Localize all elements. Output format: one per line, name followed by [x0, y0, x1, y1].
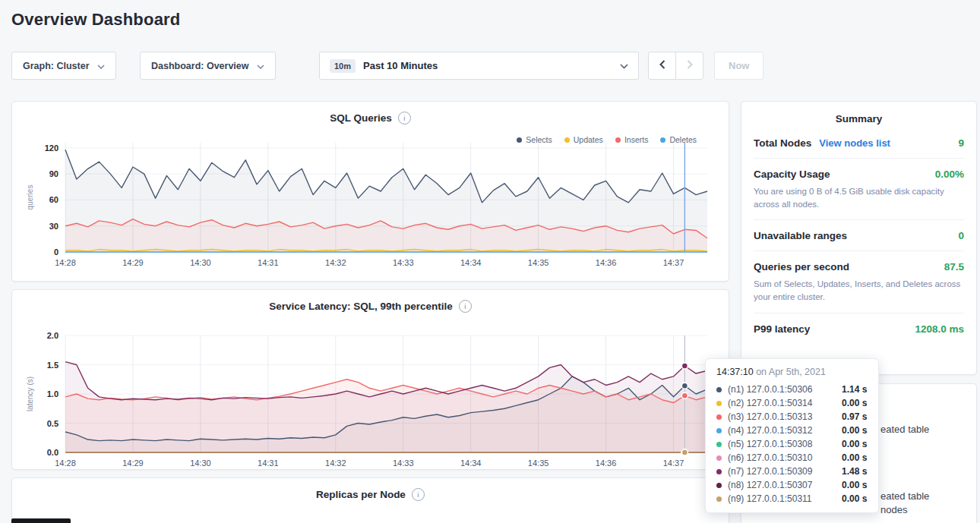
graph-dropdown[interactable]: Graph: Cluster	[11, 52, 116, 80]
tooltip-date: on Apr 5th, 2021	[754, 367, 826, 377]
tooltip-node-row: (n2) 127.0.0.1:503140.00 s	[706, 396, 878, 410]
svg-text:14:29: 14:29	[122, 258, 144, 267]
tooltip-rows: (n1) 127.0.0.1:503061.14 s(n2) 127.0.0.1…	[706, 383, 878, 506]
legend-dot	[564, 137, 570, 143]
time-window-nav	[648, 52, 703, 80]
legend-item-updates: Updates	[564, 135, 603, 144]
tooltip-node-row: (n6) 127.0.0.1:503100.00 s	[706, 451, 878, 465]
time-next-button[interactable]	[675, 52, 703, 80]
tooltip-node-label: (n7) 127.0.0.1:50309	[728, 466, 836, 477]
summary-metric-label: Queries per second	[754, 261, 849, 273]
tooltip-node-value: 1.14 s	[842, 384, 867, 395]
svg-text:14:28: 14:28	[55, 458, 76, 468]
time-range-badge: 10m	[330, 59, 356, 73]
summary-metric-label: Unavailable ranges	[754, 230, 847, 241]
summary-row: Total NodesView nodes list9	[754, 128, 964, 159]
series-dot	[716, 387, 722, 392]
summary-row: Queries per second87.5Sum of Selects, Up…	[754, 251, 964, 313]
series-dot	[716, 442, 722, 447]
tooltip-node-value: 0.00 s	[842, 452, 867, 463]
clipped-element	[11, 518, 71, 523]
svg-text:1.5: 1.5	[47, 361, 58, 370]
legend-dot	[660, 137, 665, 143]
svg-text:90: 90	[49, 169, 58, 178]
sql-queries-chart-card: SQL Queries i SelectsUpdatesInsertsDelet…	[11, 101, 729, 282]
tooltip-node-value: 0.00 s	[842, 493, 867, 504]
page-title: Overview Dashboard	[11, 10, 180, 30]
chevron-left-icon	[659, 60, 665, 71]
summary-metric-label: Total Nodes	[754, 137, 811, 149]
svg-text:14:29: 14:29	[122, 458, 144, 468]
tooltip-node-value: 0.97 s	[842, 411, 867, 422]
tooltip-node-row: (n5) 127.0.0.1:503080.00 s	[706, 437, 878, 451]
tooltip-node-value: 1.48 s	[842, 466, 867, 477]
time-range-label: Past 10 Minutes	[363, 60, 438, 71]
info-icon[interactable]: i	[412, 488, 425, 501]
legend-label: Deletes	[669, 135, 697, 144]
chevron-down-icon	[620, 60, 628, 71]
svg-text:14:36: 14:36	[596, 258, 617, 267]
svg-text:14:28: 14:28	[55, 258, 76, 267]
legend-label: Updates	[574, 135, 603, 144]
svg-text:30: 30	[49, 222, 58, 231]
chart-title-text: Service Latency: SQL, 99th percentile	[269, 301, 453, 312]
latency-chart-card: Service Latency: SQL, 99th percentile i …	[11, 289, 729, 470]
tooltip-node-label: (n5) 127.0.0.1:50308	[728, 439, 836, 449]
tooltip-node-row: (n3) 127.0.0.1:503130.97 s	[706, 410, 878, 424]
summary-metric-value: 0	[958, 230, 964, 241]
dashboard-dropdown[interactable]: Dashboard: Overview	[140, 52, 276, 80]
svg-text:14:33: 14:33	[393, 258, 414, 267]
event-item[interactable]: eated table	[880, 490, 929, 502]
tooltip-node-value: 0.00 s	[842, 425, 867, 436]
info-icon[interactable]: i	[459, 300, 472, 313]
tooltip-node-row: (n8) 127.0.0.1:503070.00 s	[706, 478, 878, 492]
summary-row: Unavailable ranges0	[754, 220, 964, 251]
tooltip-node-label: (n2) 127.0.0.1:50314	[728, 398, 836, 408]
series-dot	[716, 455, 722, 461]
tooltip-node-row: (n7) 127.0.0.1:503091.48 s	[706, 465, 878, 478]
svg-text:latency (s): latency (s)	[26, 376, 34, 411]
tooltip-node-label: (n9) 127.0.0.1:50311	[728, 493, 836, 504]
now-button[interactable]: Now	[714, 52, 763, 80]
svg-text:14:32: 14:32	[325, 258, 346, 267]
tooltip-node-value: 0.00 s	[842, 480, 867, 490]
svg-text:120: 120	[45, 143, 58, 153]
chart-legend: SelectsUpdatesInsertsDeletes	[517, 135, 697, 144]
series-dot	[716, 469, 722, 474]
tooltip-node-label: (n3) 127.0.0.1:50313	[728, 411, 836, 422]
chart-tooltip: 14:37:10 on Apr 5th, 2021 (n1) 127.0.0.1…	[705, 358, 879, 513]
tooltip-node-value: 0.00 s	[842, 439, 867, 449]
legend-label: Inserts	[624, 135, 649, 144]
legend-item-inserts: Inserts	[615, 135, 649, 144]
svg-text:0.5: 0.5	[47, 419, 58, 428]
summary-panel: Summary Total NodesView nodes list9Capac…	[741, 101, 977, 375]
tooltip-node-label: (n8) 127.0.0.1:50307	[728, 480, 836, 490]
info-icon[interactable]: i	[398, 112, 411, 124]
summary-metric-subtext: You are using 0 B of 4.5 GiB usable disk…	[754, 185, 964, 210]
time-prev-button[interactable]	[648, 52, 676, 80]
series-dot	[716, 496, 722, 502]
summary-metric-label: P99 latency	[754, 323, 810, 335]
legend-item-deletes: Deletes	[660, 135, 697, 144]
view-nodes-list-link[interactable]: View nodes list	[819, 137, 890, 149]
sql-queries-chart[interactable]: 030609012014:2814:2914:3014:3114:3214:33…	[23, 137, 718, 272]
svg-text:0: 0	[54, 247, 58, 257]
svg-text:14:31: 14:31	[258, 258, 279, 267]
series-dot	[716, 401, 722, 406]
event-item[interactable]: eated table	[880, 424, 929, 435]
summary-metric-value: 0.00%	[935, 169, 964, 180]
summary-row: Capacity Usage0.00%You are using 0 B of …	[754, 159, 964, 220]
latency-chart[interactable]: 0.00.51.01.52.014:2814:2914:3014:3114:32…	[23, 329, 718, 472]
svg-text:0.0: 0.0	[47, 448, 58, 457]
event-item[interactable]: nodes	[880, 504, 907, 515]
summary-metric-subtext: Sum of Selects, Updates, Inserts, and De…	[754, 278, 964, 303]
time-range-selector[interactable]: 10m Past 10 Minutes	[319, 52, 639, 80]
summary-row: P99 latency1208.0 ms	[754, 313, 964, 344]
legend-dot	[615, 137, 621, 143]
svg-text:14:35: 14:35	[528, 458, 549, 468]
svg-text:14:37: 14:37	[663, 458, 684, 468]
summary-metric-value: 1208.0 ms	[915, 323, 964, 335]
summary-title: Summary	[754, 102, 964, 128]
svg-text:60: 60	[49, 195, 58, 204]
tooltip-node-label: (n4) 127.0.0.1:50312	[728, 425, 836, 436]
